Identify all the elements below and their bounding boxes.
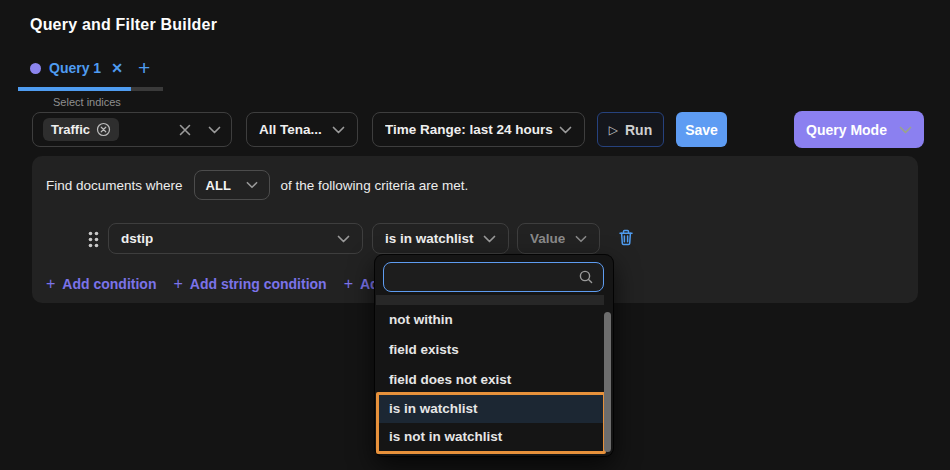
chevron-down-icon [899,126,912,134]
condition-operator-select[interactable]: is in watchlist [372,223,509,254]
time-range-select[interactable]: Time Range: last 24 hours [372,112,585,147]
time-range-value: Time Range: last 24 hours [385,122,553,137]
chevron-down-icon [483,235,496,243]
active-tab-underline [18,87,131,91]
tenant-select[interactable]: All Tena... [246,112,358,147]
condition-operator-value: is in watchlist [385,231,474,246]
delete-condition-icon[interactable] [618,229,634,246]
chevron-down-icon [337,235,350,243]
dropdown-option-not-within[interactable]: not within [376,305,604,335]
add-string-condition-label: Add string condition [190,276,327,292]
partially-scrolled-option[interactable] [376,295,604,305]
tenant-select-value: All Tena... [259,122,322,137]
criteria-sentence: Find documents where ALL of the followin… [46,170,468,200]
sentence-prefix: Find documents where [46,178,183,193]
plus-icon: + [46,275,55,293]
query-mode-label: Query Mode [806,122,887,138]
page-title: Query and Filter Builder [30,16,217,34]
match-mode-select[interactable]: ALL [194,170,270,200]
chip-label: Traffic [51,122,90,137]
dropdown-option-is-not-in-watchlist[interactable]: is not in watchlist [379,423,603,451]
add-condition-link[interactable]: + Add condition [46,275,156,293]
dropdown-option-field-exists[interactable]: field exists [376,335,604,365]
add-condition-label: Add condition [62,276,156,292]
dropdown-search-box[interactable] [383,262,604,292]
chevron-down-icon [208,126,221,134]
add-links-row: + Add condition + Add string condition +… [46,270,379,298]
chevron-down-icon [559,126,572,134]
search-icon [578,269,594,285]
tab-label: Query 1 [49,60,101,76]
dropdown-search-input[interactable] [393,270,578,285]
add-string-condition-link[interactable]: + Add string condition [173,275,326,293]
query-mode-button[interactable]: Query Mode [794,111,924,148]
watchlist-options-highlight-box: is in watchlist is not in watchlist [376,392,606,454]
match-mode-value: ALL [206,178,231,193]
condition-value-placeholder: Value [530,231,565,246]
add-group-link-truncated[interactable]: + Ad [344,275,379,293]
tab-status-dot [30,63,41,74]
plus-icon: + [173,275,182,293]
add-tab-button[interactable]: + [138,57,150,78]
condition-value-select[interactable]: Value [517,223,600,254]
clear-selection-icon[interactable] [179,124,191,136]
condition-field-value: dstip [121,231,153,246]
dropdown-option-field-does-not-exist[interactable]: field does not exist [376,365,604,395]
chevron-down-icon [246,181,258,189]
plus-icon: + [344,275,353,293]
play-icon: ▷ [609,124,618,136]
sentence-suffix: of the following criteria are met. [281,178,469,193]
dropdown-option-is-in-watchlist[interactable]: is in watchlist [379,395,603,423]
save-button[interactable]: Save [676,112,727,147]
run-button[interactable]: ▷ Run [597,112,664,147]
chevron-down-icon [332,126,345,134]
tab-query-1[interactable]: Query 1 ✕ [30,60,123,76]
tabbar-underline [131,87,163,91]
run-button-label: Run [625,122,652,138]
indices-select[interactable]: Traffic [32,112,232,147]
select-indices-label: Select indices [53,96,121,108]
query-filter-builder-app: Query and Filter Builder Query 1 ✕ + Sel… [0,0,950,470]
drag-handle-icon[interactable] [88,231,99,248]
tab-close-icon[interactable]: ✕ [111,60,123,76]
dropdown-scrollbar-thumb[interactable] [604,312,611,452]
condition-field-select[interactable]: dstip [108,223,363,254]
chevron-down-icon [575,235,587,243]
chip-remove-icon[interactable] [96,122,111,137]
operator-dropdown: not within field exists field does not e… [375,255,613,456]
index-chip-traffic[interactable]: Traffic [43,118,119,141]
